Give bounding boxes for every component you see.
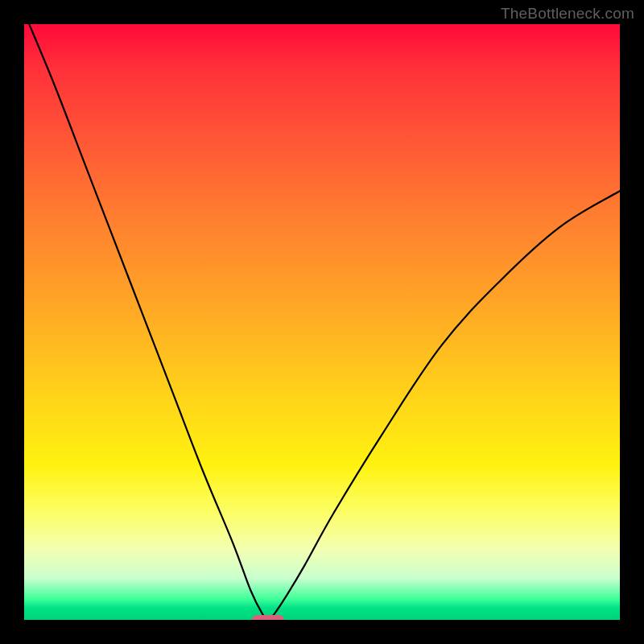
bottleneck-curve: [24, 24, 620, 620]
chart-frame: TheBottleneck.com: [0, 0, 644, 644]
optimal-point-marker: [252, 615, 284, 620]
watermark-text: TheBottleneck.com: [501, 5, 634, 23]
plot-area: [24, 24, 620, 620]
